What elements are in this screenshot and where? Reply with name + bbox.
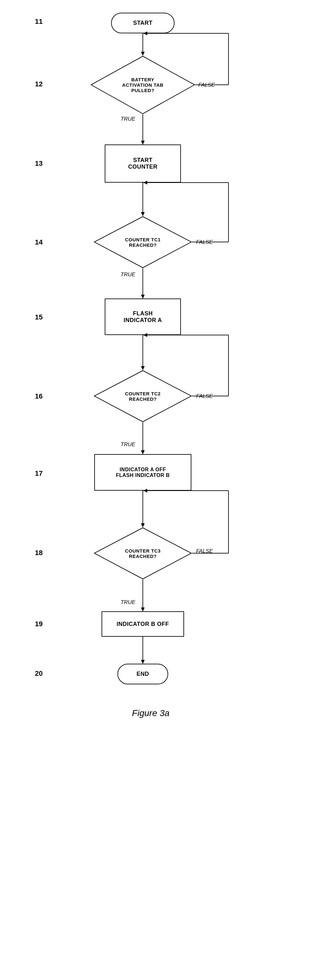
svg-marker-25 [141,523,145,527]
svg-marker-31 [141,608,145,611]
start-label: START [133,20,152,26]
svg-marker-3 [141,141,145,145]
false-label-12: FALSE [198,82,215,88]
line-number-13: 13 [35,159,43,168]
decision-14: COUNTER TC1REACHED? [93,216,192,268]
process-17-label: INDICATOR A OFFFLASH INDICATOR B [116,467,170,478]
line-number-20: 20 [35,670,43,678]
false-label-18: FALSE [196,548,213,554]
line-number-16: 16 [35,392,43,401]
process-13-label: STARTCOUNTER [128,157,158,170]
decision-12: BATTERYACTIVATION TABPULLED? [90,56,195,115]
svg-marker-9 [141,212,145,216]
end-label: END [136,671,149,677]
false-label-14: FALSE [196,239,213,245]
svg-marker-23 [141,450,145,454]
svg-marker-33 [141,660,145,664]
line-number-11: 11 [35,18,43,26]
decision-12-label: BATTERYACTIVATION TABPULLED? [90,56,195,115]
decision-18-label: COUNTER TC3REACHED? [93,527,192,579]
true-label-16: TRUE [120,441,135,448]
line-number-12: 12 [35,80,43,88]
start-node: START [111,13,174,33]
true-label-14: TRUE [120,272,135,278]
svg-marker-1 [141,52,145,56]
line-number-18: 18 [35,549,43,557]
process-15-label: FLASHINDICATOR A [124,310,162,324]
line-number-15: 15 [35,313,43,321]
false-label-16: FALSE [196,393,213,399]
decision-16-label: COUNTER TC2REACHED? [93,370,192,422]
true-label-12: TRUE [120,116,135,122]
line-number-19: 19 [35,620,43,628]
svg-marker-15 [141,295,145,299]
decision-18: COUNTER TC3REACHED? [93,527,192,579]
process-17: INDICATOR A OFFFLASH INDICATOR B [94,454,192,491]
process-19: INDICATOR B OFF [101,611,184,637]
svg-marker-17 [141,366,145,370]
process-15: FLASHINDICATOR A [105,299,181,335]
end-node: END [117,664,168,684]
decision-16: COUNTER TC2REACHED? [93,370,192,422]
process-13: STARTCOUNTER [105,145,181,183]
line-number-17: 17 [35,469,43,477]
decision-14-label: COUNTER TC1REACHED? [93,216,192,268]
line-number-14: 14 [35,238,43,247]
figure-caption: Figure 3a [79,708,222,718]
true-label-18: TRUE [120,599,135,606]
process-19-label: INDICATOR B OFF [117,621,169,627]
flowchart-diagram: START 11 BATTERYACTIVATION TABPULLED? 12… [0,0,331,980]
